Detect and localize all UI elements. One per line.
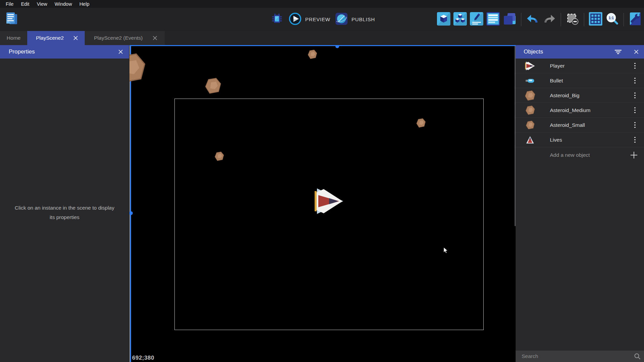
project-manager-icon	[4, 11, 19, 27]
gdevelop-editor-window: File Edit View Window Help	[0, 0, 644, 362]
preview-play-icon	[289, 12, 301, 27]
object-label: Player	[550, 63, 565, 69]
lives-ship-icon	[524, 134, 536, 146]
object-row-asteroid-small[interactable]: Asteroid_Small	[516, 118, 644, 133]
publish-label: PUBLISH	[352, 16, 375, 22]
canvas-resize-handle-top[interactable]	[335, 45, 339, 48]
objects-panel-title: Objects	[524, 48, 543, 55]
grid-icon	[589, 12, 602, 27]
plus-icon[interactable]	[630, 151, 638, 159]
debugger-button[interactable]	[270, 12, 284, 27]
object-row-asteroid-big[interactable]: Asteroid_Big	[516, 88, 644, 103]
close-icon[interactable]	[118, 49, 123, 54]
objects-editor-icon	[437, 12, 450, 27]
preview-button[interactable]: PREVIEW	[289, 12, 330, 27]
tab-label: Home	[7, 35, 21, 41]
scene-canvas[interactable]: 692;380	[129, 45, 516, 362]
open-instances-list-button[interactable]	[486, 12, 500, 27]
toolbar-separator	[561, 13, 561, 26]
object-groups-icon	[453, 12, 467, 27]
publish-globe-icon	[335, 12, 348, 27]
toolbar-separator	[584, 13, 584, 26]
menu-window[interactable]: Window	[51, 1, 76, 7]
object-label: Asteroid_Medium	[550, 107, 591, 113]
open-properties-button[interactable]	[470, 12, 484, 27]
toggle-grid-button[interactable]	[589, 12, 603, 27]
mouse-cursor	[443, 247, 449, 254]
redo-icon	[542, 12, 556, 27]
scene-properties-wrench-icon	[629, 12, 642, 27]
properties-panel-title: Properties	[9, 48, 35, 55]
object-row-bullet[interactable]: Bullet	[516, 73, 644, 88]
canvas-selection-border-top	[129, 45, 516, 46]
properties-pencil-icon	[470, 12, 483, 27]
object-menu-dots-icon[interactable]	[631, 120, 639, 130]
object-row-lives[interactable]: Lives	[516, 133, 644, 147]
objects-search-bar	[516, 351, 644, 362]
instances-list-icon	[486, 12, 500, 27]
menu-edit[interactable]: Edit	[17, 1, 33, 7]
objects-search-input[interactable]	[516, 353, 634, 359]
tab-label: PlayScene2	[36, 35, 64, 41]
asteroid-sprite[interactable]	[308, 49, 317, 59]
object-label: Bullet	[550, 78, 563, 84]
tab-label: PlayScene2 (Events)	[94, 35, 143, 41]
canvas-selection-border-left	[130, 45, 131, 362]
edit-scene-properties-button[interactable]	[628, 12, 642, 27]
filter-icon[interactable]	[614, 49, 622, 56]
undo-button[interactable]	[526, 12, 540, 27]
publish-button[interactable]: PUBLISH	[335, 12, 375, 27]
main-area: Properties Click on an instance in the s…	[0, 45, 644, 362]
zoom-options-button[interactable]: 1:1	[605, 12, 619, 27]
object-menu-dots-icon[interactable]	[631, 105, 639, 115]
properties-panel: Properties Click on an instance in the s…	[0, 45, 129, 362]
tab-close-icon[interactable]	[153, 36, 157, 40]
asteroid-sprite[interactable]	[214, 151, 224, 161]
object-menu-dots-icon[interactable]	[631, 135, 639, 145]
bullet-icon	[524, 75, 536, 86]
debugger-bug-icon	[270, 12, 284, 27]
object-menu-dots-icon[interactable]	[631, 76, 639, 86]
object-label: Asteroid_Big	[550, 93, 579, 99]
close-icon[interactable]	[634, 49, 639, 54]
cursor-coordinates: 692;380	[132, 355, 154, 361]
asteroid-sprite[interactable]	[416, 118, 426, 128]
canvas-resize-handle-left[interactable]	[129, 211, 133, 215]
toolbar-separator	[623, 13, 624, 26]
tab-playscene2[interactable]: PlayScene2	[27, 31, 85, 45]
open-objects-editor-button[interactable]	[437, 12, 451, 27]
asteroid-sprite[interactable]	[129, 52, 146, 83]
undo-icon	[526, 12, 539, 27]
menu-file[interactable]: File	[2, 1, 17, 7]
launch-buttons-group: PREVIEW PUBLISH	[270, 8, 375, 31]
menu-help[interactable]: Help	[76, 1, 93, 7]
menu-view[interactable]: View	[33, 1, 51, 7]
properties-empty-message: Click on an instance in the scene to dis…	[14, 203, 115, 222]
toolbar: PREVIEW PUBLISH	[0, 8, 644, 31]
preview-label: PREVIEW	[305, 16, 330, 22]
asteroid-icon	[524, 119, 536, 131]
objects-panel-header: Objects	[516, 45, 644, 59]
object-row-player[interactable]: Player	[516, 59, 644, 73]
tab-playscene2-events[interactable]: PlayScene2 (Events)	[85, 31, 165, 45]
object-row-asteroid-medium[interactable]: Asteroid_Medium	[516, 103, 644, 118]
zoom-1-1-icon: 1:1	[605, 12, 619, 27]
player-ship-sprite[interactable]	[314, 186, 345, 216]
project-manager-button[interactable]	[4, 11, 19, 27]
add-object-label: Add a new object	[550, 152, 590, 158]
asteroid-icon	[524, 90, 536, 101]
tab-close-icon[interactable]	[73, 36, 78, 40]
clear-selection-button[interactable]	[565, 12, 579, 27]
zoom-ratio-label: 1:1	[609, 15, 614, 20]
asteroid-icon	[524, 105, 536, 116]
tab-home[interactable]: Home	[0, 31, 27, 45]
open-layers-button[interactable]	[502, 12, 517, 27]
open-object-groups-button[interactable]	[453, 12, 467, 27]
object-menu-dots-icon[interactable]	[631, 90, 639, 101]
add-object-row[interactable]: Add a new object	[516, 147, 644, 163]
asteroid-sprite[interactable]	[205, 77, 222, 94]
redo-button[interactable]	[542, 12, 556, 27]
object-label: Asteroid_Small	[550, 122, 585, 128]
menu-bar: File Edit View Window Help	[0, 0, 644, 8]
object-menu-dots-icon[interactable]	[631, 61, 639, 71]
